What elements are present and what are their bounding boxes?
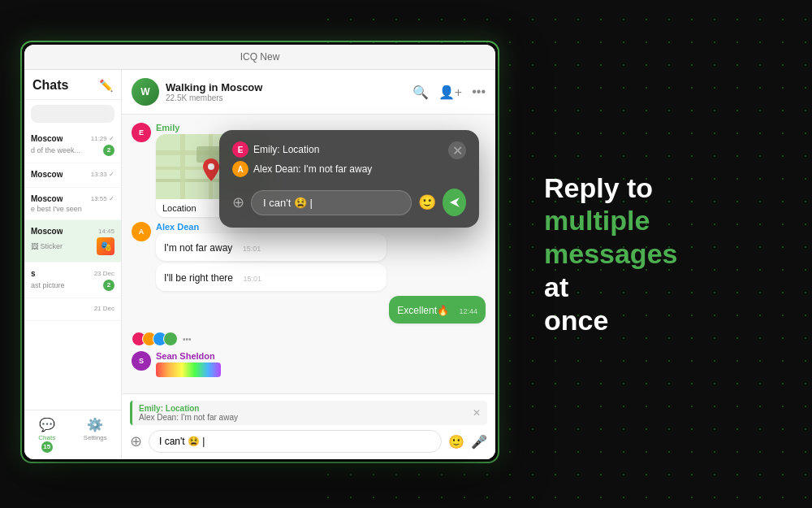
- popup-composer: ⊕ 🙂: [232, 189, 466, 216]
- sidebar-item-preview: ast picture: [31, 281, 65, 289]
- sidebar-item-preview: 🖼 Sticker: [31, 242, 63, 250]
- popup-avatar-alex: A: [232, 161, 248, 177]
- sean-message-row: S Sean Sheldon: [132, 351, 486, 377]
- composer-input[interactable]: [149, 430, 442, 453]
- composer-input-row: ⊕ 🙂 🎤: [130, 430, 487, 453]
- chat-group-avatar: W: [132, 78, 159, 106]
- svg-rect-4: [180, 134, 185, 199]
- alex-message-1: I'm not far away 15:01: [156, 233, 387, 261]
- chat-area: W Walking in Moscow 22.5K members 🔍 👤+ •…: [122, 70, 495, 459]
- popup-reply-item-1: E Emily: Location: [232, 141, 372, 158]
- search-icon[interactable]: 🔍: [412, 85, 429, 100]
- location-text: Location: [162, 203, 197, 213]
- popup-add-icon[interactable]: ⊕: [232, 193, 244, 211]
- alex-msg1-time: 15:01: [243, 245, 261, 253]
- composer-emoji-icon[interactable]: 🙂: [448, 434, 464, 449]
- right-panel: Reply to multiple messages at once: [503, 0, 812, 508]
- reply-preview: Emily: Location Alex Dean: I'm not far a…: [130, 401, 487, 425]
- title-bar: ICQ New: [24, 45, 495, 70]
- alex-messages-group: I'm not far away 15:01 I'll be right the…: [156, 233, 486, 291]
- sticker-preview: 🎭: [97, 237, 114, 255]
- sidebar-item-name: Moscow: [31, 134, 63, 143]
- chat-header-name: Walking in Moscow: [166, 81, 406, 93]
- floating-reply-popup: E Emily: Location A Alex Dean: I'm not f…: [219, 130, 479, 228]
- alex-message-content: Alex Dean I'm not far away 15:01 I'll be…: [156, 222, 486, 291]
- reply-line2: Alex Dean: I'm not far away: [139, 413, 238, 422]
- alex-avatar: A: [132, 222, 151, 241]
- search-bar[interactable]: [31, 105, 114, 123]
- send-icon: [448, 196, 461, 209]
- reply-close-icon[interactable]: ✕: [473, 407, 481, 419]
- avatar-4: [163, 332, 178, 346]
- more-options-icon[interactable]: •••: [472, 85, 486, 100]
- alex-message-row: A Alex Dean I'm not far away 15:01 I'll …: [132, 222, 486, 291]
- svg-point-10: [208, 163, 214, 170]
- sent-msg-text: Excellent🔥: [397, 305, 449, 316]
- popup-header: E Emily: Location A Alex Dean: I'm not f…: [232, 141, 466, 177]
- window-title: ICQ New: [240, 51, 280, 63]
- popup-reply-text-2: Alex Dean: I'm not far away: [253, 163, 372, 175]
- alex-message-2: I'll be right there 15:01: [156, 263, 387, 291]
- sidebar-tab-settings[interactable]: ⚙️ Settings: [84, 417, 107, 453]
- composer-add-icon[interactable]: ⊕: [130, 432, 142, 450]
- chats-tab-label: Chats: [38, 434, 55, 441]
- sidebar-item[interactable]: s 23 Dec ast picture 2: [24, 263, 121, 298]
- svg-text:E: E: [238, 145, 244, 154]
- sidebar-bottom-tabs: 💬 Chats 15 ⚙️ Settings: [24, 410, 121, 459]
- chat-header-actions: 🔍 👤+ •••: [412, 85, 486, 100]
- popup-input[interactable]: [251, 190, 412, 215]
- sidebar-tab-chats[interactable]: 💬 Chats 15: [38, 417, 55, 453]
- popup-replies: E Emily: Location A Alex Dean: I'm not f…: [232, 141, 372, 177]
- sidebar-item-name: Moscow: [31, 227, 63, 236]
- sidebar-item[interactable]: Moscow 13:33 ✓: [24, 163, 121, 188]
- sidebar-item-time: 13:55 ✓: [91, 195, 114, 202]
- alex-msg2-time: 15:01: [243, 275, 261, 283]
- group-avatars: [132, 332, 178, 346]
- sidebar-item-name: Moscow: [31, 194, 63, 203]
- emily-avatar: E: [132, 123, 151, 142]
- composer-mic-icon[interactable]: 🎤: [471, 434, 487, 449]
- sean-message-content: Sean Sheldon: [156, 351, 486, 377]
- popup-avatar-emily: E: [232, 141, 248, 158]
- sean-sticker: [156, 363, 221, 377]
- sidebar-item-active[interactable]: Moscow 14:45 🖼 Sticker 🎭: [24, 220, 121, 263]
- reply-line1: Emily: Location: [139, 404, 238, 413]
- sidebar-item[interactable]: Moscow 11:29 ✓ d of the week... 2: [24, 128, 121, 163]
- edit-icon[interactable]: ✏️: [99, 79, 113, 92]
- chats-icon: 💬: [39, 417, 55, 432]
- sent-message-bubble: Excellent🔥 12:44: [389, 296, 486, 323]
- promo-line5: once: [544, 304, 677, 337]
- promo-text: Reply to multiple messages at once: [544, 172, 677, 337]
- sent-message-row: Excellent🔥 12:44: [132, 296, 486, 323]
- sidebar-item-time: 14:45: [98, 228, 114, 235]
- svg-text:A: A: [237, 165, 243, 174]
- unread-badge: 2: [103, 145, 114, 156]
- add-member-icon[interactable]: 👤+: [438, 85, 462, 100]
- reply-preview-text: Emily: Location Alex Dean: I'm not far a…: [139, 404, 238, 422]
- chat-header: W Walking in Moscow 22.5K members 🔍 👤+ •…: [122, 70, 495, 115]
- popup-reply-item-2: A Alex Dean: I'm not far away: [232, 161, 372, 177]
- alex-msg1-text: I'm not far away: [164, 242, 232, 254]
- sidebar-item-preview: d of the week...: [31, 146, 80, 154]
- promo-line1: Reply to: [544, 172, 677, 205]
- sidebar-title: Chats: [32, 78, 68, 93]
- more-avatars-label: •••: [183, 335, 192, 344]
- chat-composer: Emily: Location Alex Dean: I'm not far a…: [122, 393, 495, 459]
- popup-emoji-icon[interactable]: 🙂: [418, 193, 436, 211]
- sidebar-item[interactable]: 21 Dec: [24, 298, 121, 321]
- sean-sender-label: Sean Sheldon: [156, 351, 486, 361]
- unread-badge: 2: [103, 280, 114, 291]
- sean-header-row: •••: [132, 332, 486, 346]
- sidebar-list: Moscow 11:29 ✓ d of the week... 2 Moscow…: [24, 128, 121, 410]
- sent-msg-time: 12:44: [459, 307, 477, 315]
- promo-line4: at: [544, 271, 677, 304]
- app-window: ICQ New Chats ✏️ Moscow 11:29 ✓ d of the…: [24, 45, 495, 459]
- chat-members-count: 22.5K members: [166, 93, 406, 102]
- popup-close-button[interactable]: ✕: [448, 141, 466, 159]
- sidebar-item-name: Moscow: [31, 170, 63, 179]
- sidebar-item-preview: e best I've seen: [31, 205, 82, 213]
- popup-send-button[interactable]: [443, 189, 466, 216]
- sidebar-item-time: 13:33 ✓: [91, 171, 114, 178]
- settings-icon: ⚙️: [87, 417, 103, 432]
- sidebar-item[interactable]: Moscow 13:55 ✓ e best I've seen: [24, 188, 121, 220]
